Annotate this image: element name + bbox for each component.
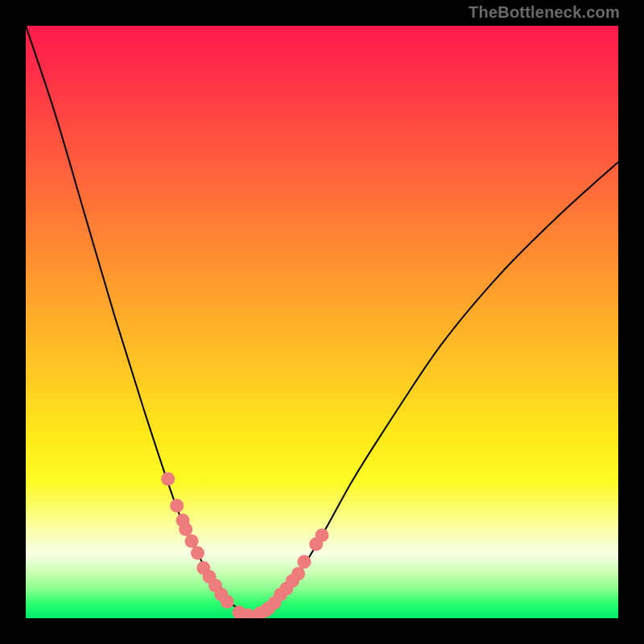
- sample-dot: [170, 499, 184, 513]
- bottleneck-curve: [26, 26, 618, 616]
- sample-dot: [185, 535, 199, 548]
- watermark-text: TheBottleneck.com: [469, 3, 620, 22]
- sample-dot: [161, 473, 175, 486]
- sample-dot: [191, 547, 204, 560]
- sample-dots: [161, 473, 328, 618]
- sample-dot: [179, 522, 192, 536]
- sample-dot: [291, 567, 305, 580]
- plot-area: [26, 26, 618, 618]
- sample-dot: [297, 555, 311, 569]
- sample-dot: [221, 595, 234, 609]
- sample-dot: [316, 528, 329, 542]
- curve-layer: [26, 26, 618, 618]
- chart-frame: TheBottleneck.com: [0, 0, 644, 644]
